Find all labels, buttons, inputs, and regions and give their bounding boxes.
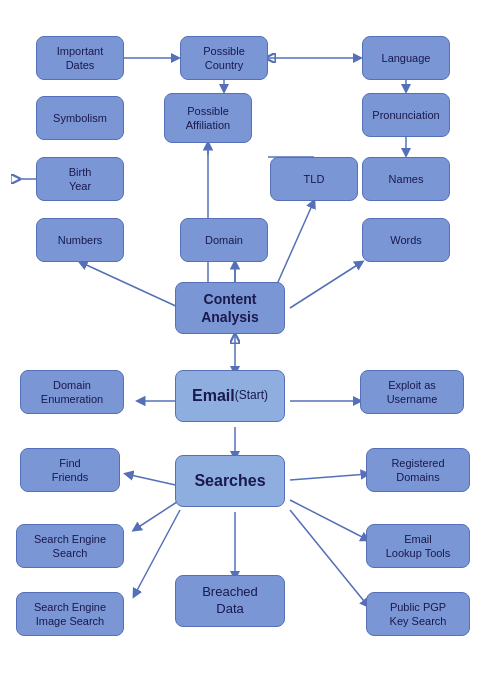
node-searches: Searches [175, 455, 285, 507]
node-email: Email(Start) [175, 370, 285, 422]
node-birth-year: BirthYear [36, 157, 124, 201]
svg-line-11 [290, 262, 362, 308]
node-domain-enumeration: DomainEnumeration [20, 370, 124, 414]
node-symbolism: Symbolism [36, 96, 124, 140]
node-language: Language [362, 36, 450, 80]
svg-line-25 [134, 510, 180, 596]
node-search-engine-image: Search EngineImage Search [16, 592, 124, 636]
node-tld: TLD [270, 157, 358, 201]
node-pronunciation: Pronunciation [362, 93, 450, 137]
node-important-dates: ImportantDates [36, 36, 124, 80]
node-names: Names [362, 157, 450, 201]
svg-line-26 [290, 510, 368, 606]
node-email-lookup: EmailLookup Tools [366, 524, 470, 568]
node-content-analysis: ContentAnalysis [175, 282, 285, 334]
node-possible-affiliation: PossibleAffiliation [164, 93, 252, 143]
svg-line-24 [290, 500, 368, 540]
node-registered-domains: RegisteredDomains [366, 448, 470, 492]
node-search-engine: Search EngineSearch [16, 524, 124, 568]
diagram: ImportantDates PossibleCountry Language … [0, 0, 500, 674]
svg-line-20 [126, 474, 180, 486]
node-exploit-username: Exploit asUsername [360, 370, 464, 414]
node-public-pgp: Public PGPKey Search [366, 592, 470, 636]
svg-line-10 [80, 262, 180, 308]
svg-line-21 [290, 474, 368, 480]
node-domain: Domain [180, 218, 268, 262]
node-breached-data: BreachedData [175, 575, 285, 627]
node-words: Words [362, 218, 450, 262]
svg-line-23 [134, 500, 180, 530]
node-numbers: Numbers [36, 218, 124, 262]
node-possible-country: PossibleCountry [180, 36, 268, 80]
node-find-friends: FindFriends [20, 448, 120, 492]
